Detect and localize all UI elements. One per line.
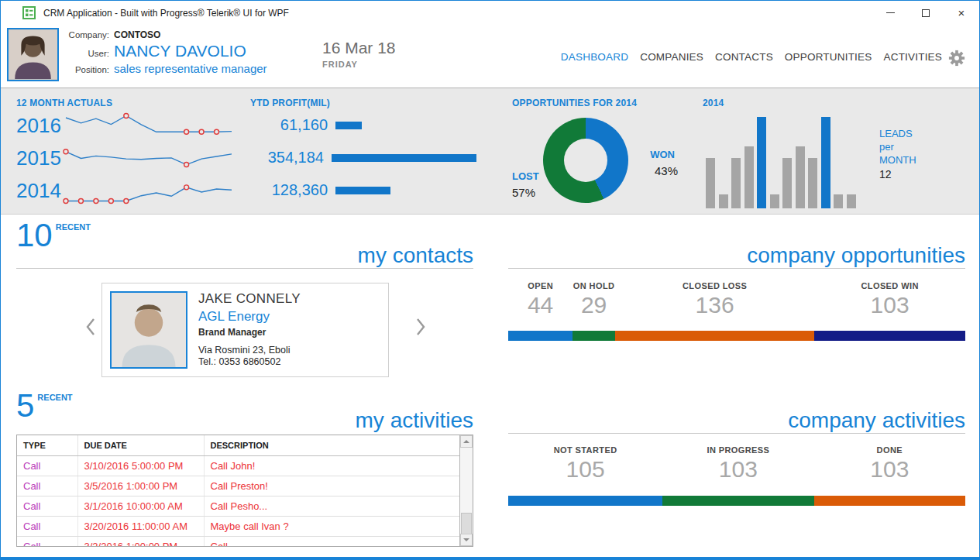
divider — [16, 268, 473, 269]
table-scrollbar[interactable] — [459, 435, 473, 546]
close-button[interactable]: × — [944, 1, 979, 25]
nav-item-contacts[interactable]: CONTACTS — [715, 51, 773, 63]
company-activities-stats: NOT STARTED105IN PROGRESS103DONE103 — [508, 445, 965, 492]
company-opportunities-heading: company opportunities — [747, 243, 965, 268]
sparkline-row-2015: 2015 — [16, 142, 242, 173]
cell-due-date: 3/20/2016 11:00:00 AM — [77, 517, 204, 537]
nav-item-dashboard[interactable]: DASHBOARD — [561, 51, 628, 63]
bar-segment-closed-loss — [615, 331, 814, 341]
maximize-button[interactable] — [908, 1, 944, 25]
table-row[interactable]: Call3/10/2016 5:00:00 PMCall John! — [17, 456, 459, 476]
table-row[interactable]: Call3/2/2016 1:00:00 PMCall... — [17, 537, 459, 548]
leads-month-bar — [719, 194, 728, 208]
ytd-bar — [335, 187, 390, 194]
cell-type: Call — [17, 517, 77, 537]
cell-type: Call — [17, 476, 77, 496]
stat-closed-win: CLOSED WIN103 — [861, 281, 918, 318]
table-row[interactable]: Call3/20/2016 11:00:00 AMMaybe call Ivan… — [17, 517, 459, 537]
stat-value: 29 — [573, 292, 615, 318]
sparkline-row-2014: 2014 — [16, 174, 242, 206]
stat-value: 44 — [528, 292, 553, 318]
leads-panel: 2014 LEADSperMONTH12 — [703, 98, 974, 108]
leads-month-bar — [834, 194, 843, 208]
contacts-carousel: JAKE CONNELY AGL Energy Brand Manager Vi… — [16, 283, 473, 380]
recent-contacts-suffix: RECENT — [56, 222, 91, 232]
current-date: 16 Mar 18 — [322, 39, 396, 57]
window-bottom-border — [1, 557, 979, 559]
stat-label: CLOSED WIN — [861, 281, 918, 290]
stat-label: IN PROGRESS — [707, 445, 769, 455]
activities-table: TYPEDUE DATEDESCRIPTIONCall3/10/2016 5:0… — [16, 435, 473, 547]
nav-item-opportunities[interactable]: OPPORTUNITIES — [785, 51, 872, 63]
my-contacts-heading: my contacts — [358, 243, 473, 268]
scroll-down-icon[interactable] — [460, 534, 473, 546]
scroll-up-icon[interactable] — [460, 435, 473, 448]
leads-title: 2014 — [703, 98, 974, 108]
sparkline-2014 — [61, 175, 238, 206]
cell-type: Call — [17, 456, 77, 476]
table-row[interactable]: Call3/5/2016 1:00:00 PMCall Preston! — [17, 476, 459, 496]
won-percent: 43% — [655, 164, 678, 177]
stat-value: 103 — [707, 456, 769, 483]
opportunities-stacked-bar — [508, 331, 965, 341]
next-contact-button[interactable] — [414, 317, 427, 340]
table-header-row: TYPEDUE DATEDESCRIPTION — [17, 435, 459, 456]
recent-activities-suffix: RECENT — [37, 393, 72, 402]
stat-on-hold: ON HOLD29 — [573, 281, 615, 318]
won-label: WON — [650, 149, 675, 160]
position-label: Position: — [64, 65, 109, 74]
ytd-title: YTD PROFIT(MIL) — [250, 98, 476, 108]
column-header-type: TYPE — [17, 435, 77, 456]
ytd-value: 128,360 — [250, 181, 328, 199]
leads-month-bar — [796, 146, 805, 208]
settings-gear-icon[interactable] — [948, 50, 965, 70]
contact-company[interactable]: AGL Energy — [198, 309, 382, 325]
dashboard-main: 10RECENT my contacts JAKE CONNELY AGL En… — [1, 215, 979, 557]
kpi-strip: 12 MONTH ACTUALS 201620152014 YTD PROFIT… — [1, 88, 979, 215]
contact-photo — [110, 291, 187, 369]
nav-item-companies[interactable]: COMPANIES — [640, 51, 703, 63]
cell-description: Call... — [204, 537, 459, 548]
user-label: User: — [64, 49, 109, 58]
stat-value: 103 — [870, 456, 909, 483]
cell-due-date: 3/2/2016 1:00:00 PM — [77, 537, 204, 548]
company-label: Company: — [64, 30, 109, 40]
stat-value: 136 — [683, 292, 747, 318]
cell-type: Call — [17, 496, 77, 517]
company-activities-heading: company activities — [788, 408, 965, 433]
opportunities-panel: OPPORTUNITIES FOR 2014 WON 43% LOST 57% — [512, 98, 696, 209]
bar-segment-on-hold — [573, 331, 615, 341]
recent-contacts-count: 10 — [16, 217, 53, 253]
nav-item-activities[interactable]: ACTIVITIES — [883, 51, 942, 63]
contact-card[interactable]: JAKE CONNELY AGL Energy Brand Manager Vi… — [101, 283, 389, 377]
ytd-profit-panel: YTD PROFIT(MIL) 61,160354,184128,360 — [250, 98, 476, 206]
user-avatar — [7, 28, 59, 81]
contact-phone: Tel.: 0353 6860502 — [198, 356, 382, 367]
leads-month-bar — [821, 117, 830, 208]
scrollbar-thumb[interactable] — [461, 513, 472, 534]
app-header: Company:CONTOSO User:NANCY DAVOLIO Posit… — [1, 25, 979, 88]
bar-segment-closed-win — [814, 331, 965, 341]
leads-month-bar — [706, 158, 715, 208]
recent-activities-count: 5 — [16, 387, 34, 424]
user-value: NANCY DAVOLIO — [114, 42, 246, 60]
table-row[interactable]: Call3/1/2016 10:00:00 AMCall Pesho... — [17, 496, 459, 517]
bar-segment-not-started — [508, 496, 662, 506]
ytd-row: 61,160 — [250, 109, 476, 141]
current-day: FRIDAY — [322, 60, 396, 69]
minimize-button[interactable] — [872, 1, 908, 25]
stat-label: NOT STARTED — [554, 445, 617, 455]
app-icon — [22, 6, 36, 19]
title-bar: CRM Application - Built with Progress® T… — [1, 1, 979, 25]
bar-segment-done — [814, 496, 965, 506]
sparkline-row-2016: 2016 — [16, 109, 242, 141]
ytd-row: 354,184 — [250, 142, 476, 173]
prev-contact-button[interactable] — [84, 317, 97, 340]
twelve-month-actuals-panel: 12 MONTH ACTUALS 201620152014 — [16, 98, 242, 206]
company-activities-stacked-bar — [508, 496, 965, 506]
stat-done: DONE103 — [870, 445, 909, 483]
leads-month-bar — [744, 146, 754, 208]
won-lost-donut-chart — [543, 118, 628, 203]
my-activities-heading: my activities — [356, 408, 473, 433]
leads-month-bar — [731, 158, 741, 208]
